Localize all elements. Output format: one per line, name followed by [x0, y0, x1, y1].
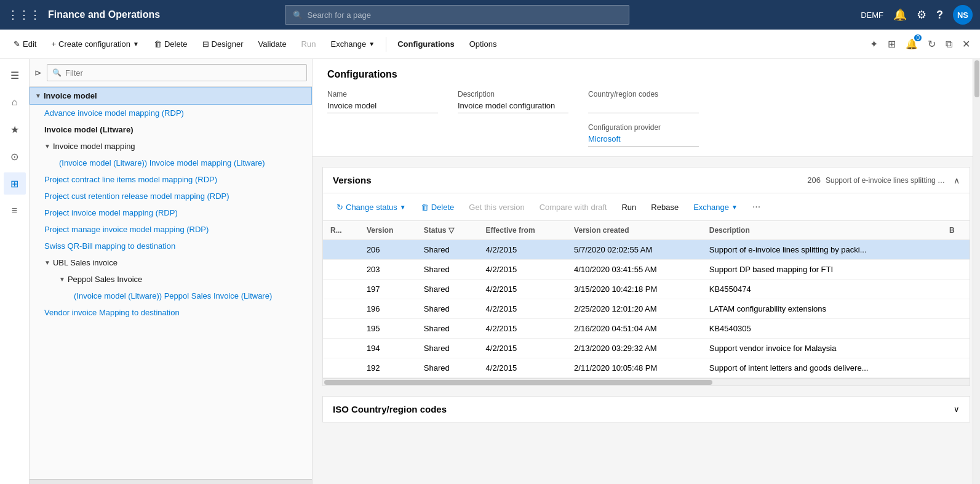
cell-1-6 [942, 260, 970, 280]
col-header-5[interactable]: Description [702, 221, 942, 240]
tree-item-label-0: Invoice model [44, 91, 97, 100]
table-row-1[interactable]: 203Shared4/2/20154/10/2020 03:41:55 AMSu… [323, 260, 970, 280]
sidebar-star-icon[interactable]: ★ [4, 118, 26, 140]
run-button[interactable]: Run [295, 36, 322, 52]
tree-item-11[interactable]: ▼Peppol Sales Invoice [30, 271, 312, 288]
cell-2-3: 4/2/2015 [479, 280, 567, 299]
main-layout: ☰ ⌂ ★ ⊙ ⊞ ≡ ⊳ 🔍 ▼Invoice modelAdvance in… [0, 59, 980, 484]
search-input[interactable] [308, 10, 621, 20]
delete-button[interactable]: 🗑 Delete [148, 36, 194, 52]
bell-icon[interactable]: 🔔 [893, 8, 907, 22]
tree-item-label-6: Project cust retention release model map… [44, 192, 229, 201]
create-config-button[interactable]: + Create configuration ▼ [45, 36, 145, 52]
sidebar-list-icon[interactable]: ≡ [4, 200, 26, 222]
filter-icon[interactable]: ⊳ [34, 68, 42, 78]
grid-icon[interactable]: ⋮⋮⋮ [7, 8, 41, 22]
cell-0-0 [323, 240, 359, 260]
help-icon[interactable]: ? [936, 9, 943, 22]
country-field: Country/region codes Configuration provi… [588, 90, 699, 147]
tree-item-0[interactable]: ▼Invoice model [30, 87, 312, 105]
versions-header: Versions 206 Support of e-invoice lines … [323, 167, 970, 193]
cell-5-4: 2/13/2020 03:29:32 AM [567, 339, 702, 358]
tree-item-2[interactable]: Invoice model (Litware) [30, 121, 312, 138]
get-version-button[interactable]: Get this version [463, 200, 530, 215]
provider-value[interactable]: Microsoft [588, 134, 699, 147]
col-header-4[interactable]: Version created [567, 221, 702, 240]
gear-icon[interactable]: ⚙ [917, 8, 926, 22]
tree-chevron-10: ▼ [44, 259, 50, 266]
exchange-button[interactable]: Exchange ▼ [324, 36, 381, 52]
configurations-tab[interactable]: Configurations [391, 36, 460, 52]
tree-item-8[interactable]: Project manage invoice model mapping (RD… [30, 221, 312, 238]
col-header-3[interactable]: Effective from [479, 221, 567, 240]
versions-exchange-button[interactable]: Exchange ▼ [687, 200, 744, 215]
compare-draft-button[interactable]: Compare with draft [533, 200, 613, 215]
tree-item-label-2: Invoice model (Litware) [44, 125, 133, 134]
col-header-6[interactable]: B [942, 221, 970, 240]
table-row-2[interactable]: 197Shared4/2/20153/15/2020 10:42:18 PMKB… [323, 280, 970, 299]
versions-delete-button[interactable]: 🗑 Delete [415, 200, 461, 215]
chevron-down-icon: ▼ [133, 41, 139, 47]
cell-0-1: 206 [359, 240, 416, 260]
tree-item-label-1: Advance invoice model mapping (RDP) [44, 108, 184, 118]
more-button[interactable]: ··· [746, 198, 767, 216]
cell-3-6 [942, 299, 970, 319]
versions-title: Versions [333, 175, 372, 185]
rebase-button[interactable]: Rebase [645, 200, 685, 215]
avatar[interactable]: NS [953, 5, 973, 25]
table-row-6[interactable]: 192Shared4/2/20152/11/2020 10:05:48 PMSu… [323, 358, 970, 378]
sidebar-home-icon[interactable]: ⌂ [4, 91, 26, 113]
tree-item-13[interactable]: Vendor invoice Mapping to destination [30, 304, 312, 321]
app-title: Finance and Operations [48, 9, 160, 20]
tree-item-label-3: Invoice model mapping [53, 142, 135, 151]
versions-run-button[interactable]: Run [615, 200, 642, 215]
sparkle-icon[interactable]: ✦ [867, 36, 880, 52]
col-header-2[interactable]: Status ▽ [416, 221, 479, 240]
tree-item-3[interactable]: ▼Invoice model mapping [30, 138, 312, 155]
restore-icon[interactable]: ⧉ [943, 36, 955, 52]
vertical-scrollbar[interactable] [973, 59, 980, 484]
cell-1-0 [323, 260, 359, 280]
tree-item-12[interactable]: (Invoice model (Litware)) Peppol Sales I… [30, 288, 312, 304]
cell-1-3: 4/2/2015 [479, 260, 567, 280]
close-icon[interactable]: ✕ [960, 36, 973, 52]
tree-scrollbar[interactable] [30, 479, 312, 484]
horizontal-scrollbar[interactable] [323, 378, 970, 385]
col-header-1[interactable]: Version [359, 221, 416, 240]
desc-value: Invoice model configuration [458, 101, 568, 113]
sidebar-clock-icon[interactable]: ⊙ [4, 145, 26, 167]
panel-icon[interactable]: ⊞ [885, 36, 898, 52]
options-tab[interactable]: Options [463, 36, 503, 52]
cell-5-5: Support vendor invoice for Malaysia [702, 339, 942, 358]
tree-item-4[interactable]: (Invoice model (Litware)) Invoice model … [30, 155, 312, 171]
tree-item-5[interactable]: Project contract line items model mappin… [30, 171, 312, 188]
versions-collapse-icon[interactable]: ∧ [954, 175, 960, 185]
sidebar-icons: ☰ ⌂ ★ ⊙ ⊞ ≡ [0, 59, 30, 484]
tree-item-9[interactable]: Swiss QR-Bill mapping to destination [30, 238, 312, 254]
cell-6-4: 2/11/2020 10:05:48 PM [567, 358, 702, 378]
iso-collapse-icon[interactable]: ∨ [954, 405, 960, 414]
validate-button[interactable]: Validate [252, 36, 293, 52]
edit-button[interactable]: ✎ Edit [7, 36, 42, 52]
table-row-3[interactable]: 196Shared4/2/20152/25/2020 12:01:20 AMLA… [323, 299, 970, 319]
tree-item-1[interactable]: Advance invoice model mapping (RDP) [30, 105, 312, 121]
change-status-button[interactable]: ↻ Change status ▼ [330, 200, 412, 215]
search-bar[interactable]: 🔍 [285, 5, 629, 25]
sidebar-menu-icon[interactable]: ☰ [4, 64, 26, 86]
designer-button[interactable]: ⊟ Designer [196, 36, 250, 52]
table-row-0[interactable]: 206Shared4/2/20155/7/2020 02:02:55 AMSup… [323, 240, 970, 260]
cell-5-1: 194 [359, 339, 416, 358]
notification-badge[interactable]: 🔔0 [903, 36, 920, 52]
col-header-0[interactable]: R... [323, 221, 359, 240]
sidebar-table-icon[interactable]: ⊞ [4, 172, 26, 195]
filter-input[interactable] [65, 68, 301, 78]
tree-item-7[interactable]: Project invoice model mapping (RDP) [30, 204, 312, 221]
refresh-icon[interactable]: ↻ [925, 36, 938, 52]
filter-input-wrapper[interactable]: 🔍 [47, 64, 307, 81]
table-row-4[interactable]: 195Shared4/2/20152/16/2020 04:51:04 AMKB… [323, 319, 970, 339]
versions-table-wrapper: R...VersionStatus ▽Effective fromVersion… [323, 221, 970, 378]
table-row-5[interactable]: 194Shared4/2/20152/13/2020 03:29:32 AMSu… [323, 339, 970, 358]
tree-item-6[interactable]: Project cust retention release model map… [30, 188, 312, 204]
tree-item-10[interactable]: ▼UBL Sales invoice [30, 254, 312, 271]
name-value: Invoice model [327, 101, 438, 113]
